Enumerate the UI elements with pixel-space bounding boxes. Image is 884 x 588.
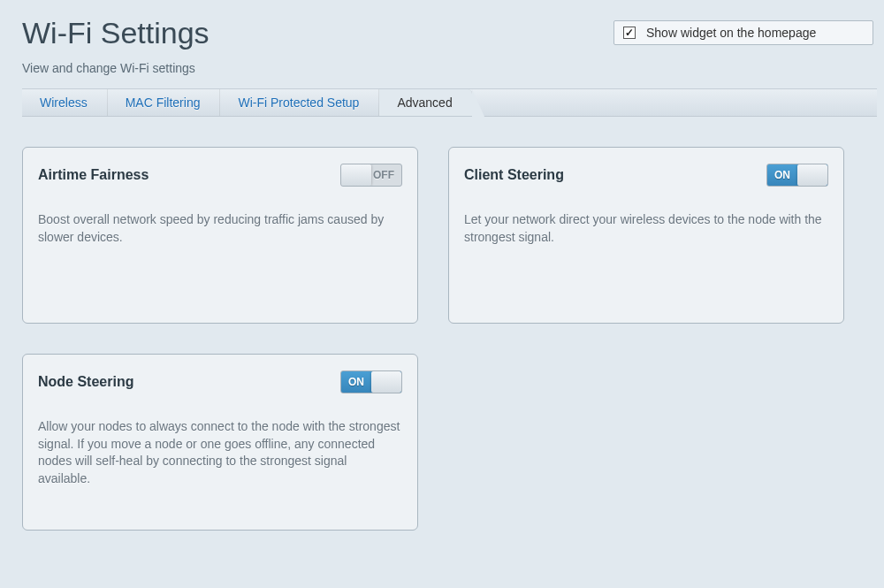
- tab-wifi-protected-setup[interactable]: Wi-Fi Protected Setup: [220, 89, 379, 116]
- checkbox-label: Show widget on the homepage: [646, 26, 816, 40]
- tab-label: Wi-Fi Protected Setup: [238, 95, 359, 110]
- card-header: Node Steering ON: [38, 370, 402, 393]
- tabs-row: Wireless MAC Filtering Wi-Fi Protected S…: [22, 88, 877, 117]
- card-title: Node Steering: [38, 374, 133, 390]
- tab-label: Advanced: [397, 95, 452, 110]
- toggle-label-on: ON: [348, 376, 364, 388]
- header-left: Wi-Fi Settings View and change Wi-Fi set…: [22, 16, 613, 75]
- toggle-airtime-fairness[interactable]: OFF: [340, 164, 402, 187]
- card-node-steering: Node Steering ON Allow your nodes to alw…: [22, 354, 418, 531]
- toggle-client-steering[interactable]: ON: [766, 164, 828, 187]
- toggle-label-off: OFF: [373, 169, 394, 181]
- card-header: Airtime Fairness OFF: [38, 164, 402, 187]
- card-airtime-fairness: Airtime Fairness OFF Boost overall netwo…: [22, 147, 418, 324]
- card-client-steering: Client Steering ON Let your network dire…: [448, 147, 844, 324]
- toggle-node-steering[interactable]: ON: [340, 370, 402, 393]
- toggle-handle: [341, 164, 371, 186]
- tab-mac-filtering[interactable]: MAC Filtering: [108, 89, 221, 116]
- tab-advanced[interactable]: Advanced: [379, 89, 472, 116]
- toggle-label-on: ON: [774, 169, 790, 181]
- card-title: Airtime Fairness: [38, 167, 149, 183]
- page-title: Wi-Fi Settings: [22, 16, 613, 50]
- toggle-handle: [797, 164, 827, 186]
- card-title: Client Steering: [464, 167, 564, 183]
- page-header: Wi-Fi Settings View and change Wi-Fi set…: [0, 0, 884, 88]
- card-description: Let your network direct your wireless de…: [464, 211, 828, 246]
- tab-label: MAC Filtering: [126, 95, 201, 110]
- tab-wireless[interactable]: Wireless: [22, 89, 108, 116]
- page-subtitle: View and change Wi-Fi settings: [22, 61, 613, 75]
- card-description: Allow your nodes to always connect to th…: [38, 418, 402, 487]
- card-header: Client Steering ON: [464, 164, 828, 187]
- show-widget-checkbox[interactable]: ✓ Show widget on the homepage: [613, 20, 873, 45]
- tab-label: Wireless: [40, 95, 88, 110]
- cards-area: Airtime Fairness OFF Boost overall netwo…: [0, 117, 884, 548]
- checkbox-icon: ✓: [623, 27, 636, 39]
- toggle-handle: [371, 371, 401, 393]
- card-description: Boost overall network speed by reducing …: [38, 211, 402, 246]
